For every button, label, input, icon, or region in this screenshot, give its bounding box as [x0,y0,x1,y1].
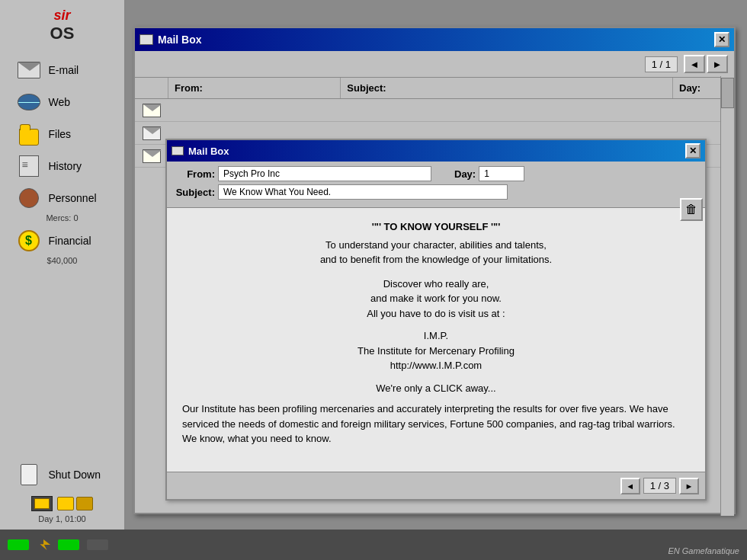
sidebar-label-files: Files [49,128,72,140]
outer-mailbox-window: Mail Box ✕ 1 / 1 ◄ ► From: Subject: Day: [133,27,736,514]
shutdown-icon [15,464,43,485]
email-row-1-icon [135,104,168,117]
email-list-header: From: Subject: Day: [135,78,734,99]
inner-prev-button[interactable]: ◄ [620,478,640,494]
indicator-lightning [37,539,50,550]
email-body-click: We're only a CLICK away... [182,381,690,396]
email-body-paragraph: Our Institute has been profiling mercena… [182,402,690,446]
subject-value: We Know What You Need. [218,184,508,200]
mailbox-title-icon [139,34,153,45]
logo-os: OS [50,24,75,43]
scrollbar-thumb [721,78,734,108]
email-row-3-icon [135,149,168,163]
inner-titlebar-left: Mail Box [172,146,229,157]
header-icon-col [135,78,168,98]
outer-next-button[interactable]: ► [707,55,728,73]
header-subject-col: Subject: [341,78,673,98]
outer-prev-button[interactable]: ◄ [684,55,705,73]
sidebar-item-history[interactable]: History [9,151,116,181]
outer-scrollbar[interactable] [720,76,734,516]
outer-titlebar-left: Mail Box [139,34,202,46]
outer-window-title: Mail Box [158,34,202,46]
files-icon [15,123,43,145]
history-icon [15,155,43,177]
sidebar-label-web: Web [49,96,71,108]
email-icon [15,59,43,81]
sidebar-label-financial: Financial [49,235,91,247]
main-area: Mail Box ✕ 1 / 1 ◄ ► From: Subject: Day: [126,0,747,530]
sidebar-item-financial[interactable]: $ Financial [9,226,116,256]
day-label: Day: [454,168,476,180]
sidebar-item-files[interactable]: Files [9,119,116,149]
subject-label: Subject: [173,187,215,198]
watermark: EN Gamefanatique [668,546,739,555]
subject-field-row: Subject: We Know What You Need. [173,184,699,200]
inner-page-indicator: 1 / 3 [643,478,676,494]
outer-titlebar: Mail Box ✕ [135,28,734,51]
email-body-title: '"' TO KNOW YOURSELF '"' [182,219,690,235]
sidebar-label-shutdown: Shut Down [49,469,101,481]
financial-icon: $ [15,230,43,251]
app-logo: sir OS [46,4,79,47]
email-body-line3: Discover who really are, and make it wor… [182,277,690,322]
inner-bottom-bar: ◄ 1 / 3 ► [167,472,705,499]
status-icons [57,497,93,510]
sidebar-item-email[interactable]: E-mail [9,55,116,85]
personnel-icon [15,187,43,209]
indicator-dark [87,539,108,550]
email-header-area: From: Psych Pro Inc Day: 1 Subject: We K… [167,162,705,208]
taskbar: EN Gamefanatique [0,530,747,560]
from-label: From: [173,168,215,180]
day-icon [31,496,53,511]
sidebar-item-web[interactable]: Web [9,87,116,117]
email-body: '"' TO KNOW YOURSELF '"' To understand y… [167,208,705,482]
email-header-fields: From: Psych Pro Inc Day: 1 Subject: We K… [167,162,705,208]
inner-mail-icon [172,146,184,155]
web-icon [15,91,43,113]
inner-mailbox-window: Mail Box ✕ From: Psych Pro Inc Day: 1 Su… [165,139,707,501]
inner-close-button[interactable]: ✕ [685,143,701,158]
inner-right-buttons: 🗑 [678,183,705,236]
day-value: 1 [479,166,524,181]
inner-titlebar: Mail Box ✕ [167,140,705,162]
day-time-label: Day 1, 01:00 [38,514,85,523]
from-field-row: From: Psych Pro Inc Day: 1 [173,166,699,181]
inner-window-title: Mail Box [188,146,229,157]
email-body-imp: I.M.P. The Institute for Mercenary Profi… [182,328,690,373]
from-value: Psych Pro Inc [218,166,431,181]
email-body-line1: To understand your character, abilities … [182,238,690,267]
financial-sublabel: $40,000 [47,256,78,265]
email-row-1[interactable] [135,99,734,122]
outer-page-indicator: 1 / 1 [645,56,678,72]
sidebar-item-shutdown[interactable]: Shut Down [9,459,116,490]
outer-close-button[interactable]: ✕ [714,32,729,47]
sidebar-label-email: E-mail [49,64,79,76]
outer-nav-bar: 1 / 1 ◄ ► [135,51,734,78]
header-from-col: From: [168,78,341,98]
indicator-gray1 [58,539,79,550]
personnel-sublabel: Mercs: 0 [46,213,78,222]
sidebar: sir OS E-mail Web Files History Personne… [0,0,126,530]
indicator-green [8,539,29,550]
sidebar-label-history: History [49,160,82,172]
sidebar-item-personnel[interactable]: Personnel [9,183,116,213]
inner-next-button[interactable]: ► [679,478,699,494]
logo-sir: sir [50,8,75,24]
email-row-2-icon [135,126,168,140]
sidebar-label-personnel: Personnel [49,192,97,204]
trash-button[interactable]: 🗑 [680,198,703,221]
